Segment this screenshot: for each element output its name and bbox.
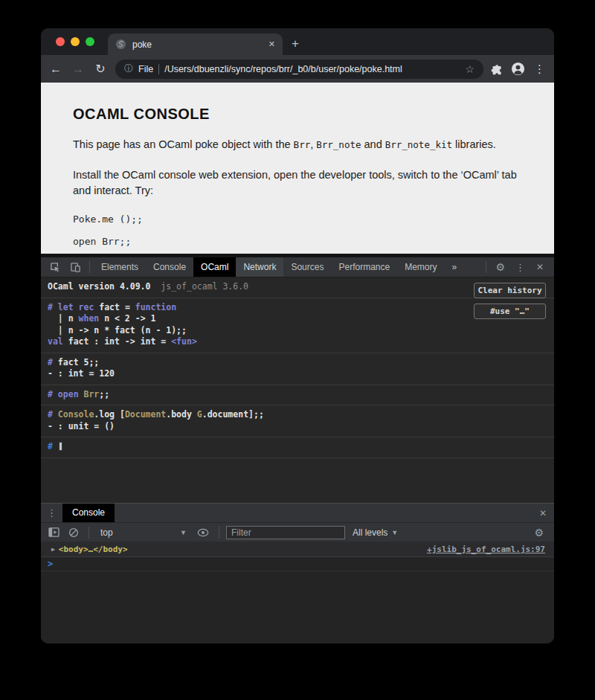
back-icon[interactable]: ←	[48, 62, 63, 76]
zoom-window-button[interactable]	[86, 37, 94, 46]
instructions-paragraph: Install the OCaml console web extension,…	[73, 167, 524, 199]
browser-tab-poke[interactable]: poke ✕	[108, 33, 283, 55]
devtools-tab-network[interactable]: Network	[236, 257, 283, 277]
drawer-close-icon[interactable]: ✕	[532, 508, 554, 518]
devtools-toolbar-right: ⚙ ⋮ ✕	[482, 261, 550, 273]
chevron-down-icon: ▼	[391, 529, 398, 536]
clear-console-icon[interactable]	[65, 527, 82, 538]
url-scheme-label: File	[138, 64, 153, 74]
repl-entry-fact-5: # fact 5;;- : int = 120	[41, 353, 554, 385]
tab-title: poke	[132, 39, 263, 50]
ocaml-console-panel[interactable]: OCaml version 4.09.0 js_of_ocaml 3.6.0 #…	[41, 277, 554, 503]
console-messages: ▶ <body>…</body> +jslib_js_of_ocaml.js:9…	[41, 542, 554, 643]
browser-toolbar: ← → ↻ ⓘ File /Users/dbuenzli/sync/repos/…	[41, 55, 554, 83]
drawer-tab-console[interactable]: Console	[62, 504, 115, 522]
logged-element[interactable]: <body>…</body>	[59, 545, 128, 554]
console-toolbar: top ▼ All levels ▼ ⚙	[41, 522, 554, 542]
devtools-tab-bar: Elements Console OCaml Network Sources P…	[41, 257, 554, 277]
drawer-header: ⋮ Console ✕	[41, 504, 554, 522]
clear-history-button[interactable]: Clear history	[474, 283, 546, 298]
devtools-tab-elements[interactable]: Elements	[94, 257, 146, 277]
text-cursor	[59, 442, 62, 451]
devtools-tab-ocaml[interactable]: OCaml	[193, 257, 236, 277]
devtools-settings-icon[interactable]: ⚙	[490, 261, 510, 273]
window-controls	[41, 28, 108, 55]
inspect-element-icon[interactable]	[45, 262, 65, 273]
devtools-tab-sources[interactable]: Sources	[283, 257, 331, 277]
javascript-context-dropdown[interactable]: top ▼	[96, 527, 191, 538]
prompt-chevron-icon: >	[48, 559, 53, 569]
page-content: OCAML CONSOLE This page has an OCaml pok…	[41, 83, 554, 254]
devtools-menu-icon[interactable]: ⋮	[510, 262, 530, 273]
toolbar-separator	[486, 261, 486, 273]
ocaml-panel-buttons: Clear history #use "…"	[474, 283, 546, 319]
expand-triangle-icon[interactable]: ▶	[51, 546, 55, 553]
console-settings-icon[interactable]: ⚙	[528, 527, 550, 539]
toolbar-separator	[89, 527, 89, 539]
tab-close-icon[interactable]: ✕	[268, 39, 275, 49]
extensions-puzzle-icon[interactable]	[491, 62, 504, 75]
device-toolbar-icon[interactable]	[65, 262, 86, 273]
page-favicon-icon	[115, 39, 126, 50]
code-snippet: open Brr;;	[73, 236, 524, 247]
devtools-tab-memory[interactable]: Memory	[397, 257, 444, 277]
more-tabs-icon[interactable]: »	[445, 257, 465, 277]
intro-paragraph: This page has an OCaml poke object with …	[73, 137, 524, 152]
url-text[interactable]: /Users/dbuenzli/sync/repos/brr/_b0/b/use…	[164, 64, 460, 74]
forward-icon[interactable]: →	[71, 62, 86, 76]
console-message-row[interactable]: ▶ <body>…</body> +jslib_js_of_ocaml.js:9…	[41, 542, 554, 557]
console-sidebar-toggle-icon[interactable]	[45, 527, 62, 537]
log-levels-dropdown[interactable]: All levels ▼	[348, 527, 402, 538]
toolbar-separator	[89, 261, 90, 273]
repl-entry-console-log: # Console.log [Document.body G.document]…	[41, 405, 554, 437]
devtools-tab-performance[interactable]: Performance	[331, 257, 397, 277]
source-location-link[interactable]: +jslib_js_of_ocaml.js:97	[427, 545, 545, 554]
page-title: OCAML CONSOLE	[73, 106, 524, 123]
drawer-menu-icon[interactable]: ⋮	[41, 507, 62, 518]
console-prompt[interactable]: >	[41, 557, 554, 571]
address-bar[interactable]: ⓘ File /Users/dbuenzli/sync/repos/brr/_b…	[115, 60, 483, 79]
devtools-tab-console[interactable]: Console	[146, 257, 193, 277]
console-filter-input[interactable]	[226, 526, 345, 539]
minimize-window-button[interactable]	[71, 37, 80, 46]
live-expression-eye-icon[interactable]	[194, 528, 212, 537]
use-file-button[interactable]: #use "…"	[474, 304, 546, 319]
code-snippet: Poke.me ();;	[73, 213, 524, 225]
new-tab-button[interactable]: +	[292, 36, 299, 51]
browser-menu-icon[interactable]: ⋮	[533, 62, 547, 76]
repl-prompt-line[interactable]: #	[41, 437, 554, 458]
repl-entry-open-brr: # open Brr;;	[41, 385, 554, 406]
profile-avatar-icon[interactable]	[511, 62, 525, 76]
bookmark-star-icon[interactable]: ☆	[465, 63, 475, 75]
url-separator	[158, 64, 159, 74]
devtools-close-icon[interactable]: ✕	[530, 262, 550, 272]
reload-icon[interactable]: ↻	[93, 62, 108, 76]
page-info-icon[interactable]: ⓘ	[124, 62, 133, 75]
chevron-down-icon: ▼	[180, 529, 187, 536]
browser-window: poke ✕ + ← → ↻ ⓘ File /Users/dbuenzli/sy…	[41, 28, 554, 643]
toolbar-separator	[219, 527, 219, 539]
console-drawer: ⋮ Console ✕ top ▼	[41, 503, 554, 643]
close-window-button[interactable]	[56, 37, 65, 46]
tab-strip: poke ✕ +	[41, 28, 554, 55]
